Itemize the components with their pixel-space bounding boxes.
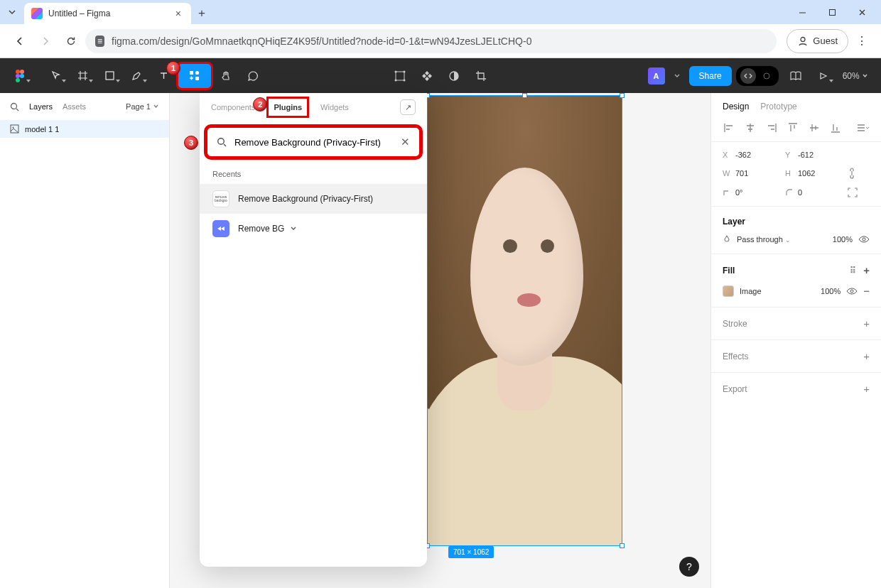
tab-layers[interactable]: Layers <box>29 102 53 111</box>
recent-plugin-label: Remove Background (Privacy-First) <box>238 194 373 204</box>
url-text: figma.com/design/GoMmnaetkqnQHiqEZ4K95f/… <box>112 36 531 47</box>
resize-handle[interactable] <box>522 93 527 98</box>
tab-assets[interactable]: Assets <box>63 102 86 111</box>
rotation-input[interactable]: 0° <box>735 188 785 197</box>
window-minimize-button[interactable] <box>787 0 817 24</box>
fill-thumbnail[interactable] <box>723 285 734 297</box>
library-button[interactable] <box>783 63 809 89</box>
move-tool-button[interactable] <box>43 63 68 89</box>
canvas[interactable]: 701 × 1062 Components Plugins 2 Widgets … <box>170 93 710 588</box>
hand-tool-button[interactable] <box>213 63 239 89</box>
h-input[interactable]: 1062 <box>798 169 848 178</box>
search-icon[interactable] <box>10 102 19 111</box>
profile-chip[interactable]: Guest <box>787 29 848 53</box>
svg-point-18 <box>11 103 17 109</box>
align-vcenter-icon[interactable] <box>808 123 821 133</box>
create-component-button[interactable] <box>414 63 440 89</box>
remove-fill-icon[interactable]: − <box>863 285 870 297</box>
selected-image[interactable] <box>427 95 622 546</box>
shape-tool-button[interactable] <box>97 63 122 89</box>
svg-rect-0 <box>829 9 835 15</box>
frame-tool-button[interactable] <box>70 63 95 89</box>
align-top-icon[interactable] <box>787 123 799 133</box>
tab-prototype[interactable]: Prototype <box>760 102 796 111</box>
tab-title: Untitled – Figma <box>48 9 173 18</box>
user-avatar[interactable]: A <box>648 67 665 85</box>
rotation-icon <box>723 188 735 197</box>
resize-handle[interactable] <box>620 543 625 548</box>
independent-corners-icon[interactable] <box>848 187 862 197</box>
align-left-icon[interactable] <box>723 123 735 133</box>
browser-tab[interactable]: Untitled – Figma × <box>24 3 191 24</box>
blend-mode-dropdown[interactable]: Pass through ⌄ <box>737 235 791 244</box>
layer-row[interactable]: model 1 1 <box>0 120 169 138</box>
present-button[interactable] <box>810 63 836 89</box>
recent-plugin-item[interactable]: Remove BG <box>200 214 427 244</box>
annotation-badge-2: 2 <box>253 97 267 111</box>
dev-mode-toggle[interactable] <box>736 66 779 86</box>
resources-tool-button[interactable] <box>178 63 212 89</box>
site-settings-icon[interactable]: ≡ <box>95 36 104 47</box>
book-icon <box>789 70 802 82</box>
help-button[interactable]: ? <box>679 557 699 577</box>
align-right-icon[interactable] <box>765 123 778 133</box>
window-maximize-button[interactable] <box>817 0 847 24</box>
tab-components[interactable]: Components <box>211 103 255 111</box>
tab-list-dropdown[interactable] <box>0 0 24 24</box>
svg-rect-11 <box>396 72 404 80</box>
visibility-icon[interactable] <box>858 235 870 244</box>
radius-input[interactable]: 0 <box>798 188 848 197</box>
edit-object-button[interactable] <box>387 63 413 89</box>
share-button[interactable]: Share <box>689 66 732 86</box>
comment-tool-button[interactable] <box>240 63 266 89</box>
align-bottom-icon[interactable] <box>829 123 842 133</box>
address-bar[interactable]: ≡ figma.com/design/GoMmnaetkqnQHiqEZ4K95… <box>85 29 777 53</box>
tab-design[interactable]: Design <box>723 102 749 111</box>
figma-menu-button[interactable] <box>7 63 33 89</box>
new-tab-button[interactable]: + <box>191 3 212 24</box>
nav-reload-button[interactable] <box>60 30 82 53</box>
tab-plugins[interactable]: Plugins <box>268 98 308 116</box>
tab-widgets[interactable]: Widgets <box>320 103 349 111</box>
clear-search-icon[interactable]: ✕ <box>401 136 410 148</box>
browser-menu-button[interactable]: ⋮ <box>851 30 872 53</box>
add-fill-icon[interactable]: + <box>863 264 870 276</box>
page-dropdown[interactable]: Page 1 <box>126 102 159 111</box>
recent-plugin-item[interactable]: removebackgro Remove Background (Privacy… <box>200 184 427 214</box>
crop-button[interactable] <box>468 63 494 89</box>
fill-type-label[interactable]: Image <box>740 287 762 295</box>
chevron-down-icon <box>290 225 297 232</box>
w-input[interactable]: 701 <box>735 169 785 178</box>
svg-point-1 <box>801 37 805 41</box>
x-input[interactable]: -362 <box>735 151 785 159</box>
align-hcenter-icon[interactable] <box>744 123 757 133</box>
nav-forward-button[interactable] <box>34 30 57 53</box>
svg-point-13 <box>404 70 406 72</box>
effects-section-title: Effects <box>723 352 748 361</box>
styles-icon[interactable]: ⠿ <box>850 266 856 276</box>
tidy-icon[interactable] <box>857 123 870 133</box>
visibility-icon[interactable] <box>846 287 858 295</box>
constrain-icon[interactable] <box>848 168 862 179</box>
fill-opacity-input[interactable]: 100% <box>821 287 841 295</box>
add-export-icon[interactable]: + <box>863 383 870 395</box>
annotation-badge-3: 3 <box>184 136 198 150</box>
avatar-chevron[interactable] <box>666 63 688 89</box>
add-effect-icon[interactable]: + <box>863 350 870 362</box>
resize-handle[interactable] <box>620 93 625 98</box>
opacity-input[interactable]: 100% <box>833 235 853 244</box>
mask-button[interactable] <box>441 63 467 89</box>
add-stroke-icon[interactable]: + <box>863 317 870 330</box>
profile-label: Guest <box>813 36 838 46</box>
zoom-dropdown[interactable]: 60% <box>837 71 874 81</box>
figma-logo-icon <box>15 69 25 83</box>
plugin-search-input[interactable] <box>234 137 394 148</box>
tab-close-icon[interactable]: × <box>173 8 184 19</box>
nav-back-button[interactable] <box>9 30 31 53</box>
pop-out-icon[interactable]: ↗ <box>400 99 416 115</box>
window-close-button[interactable] <box>847 0 877 24</box>
y-input[interactable]: -612 <box>798 151 848 159</box>
pen-tool-button[interactable] <box>124 63 149 89</box>
export-section: Export + <box>711 373 881 405</box>
layer-section: Layer Pass through ⌄ 100% <box>711 207 881 254</box>
